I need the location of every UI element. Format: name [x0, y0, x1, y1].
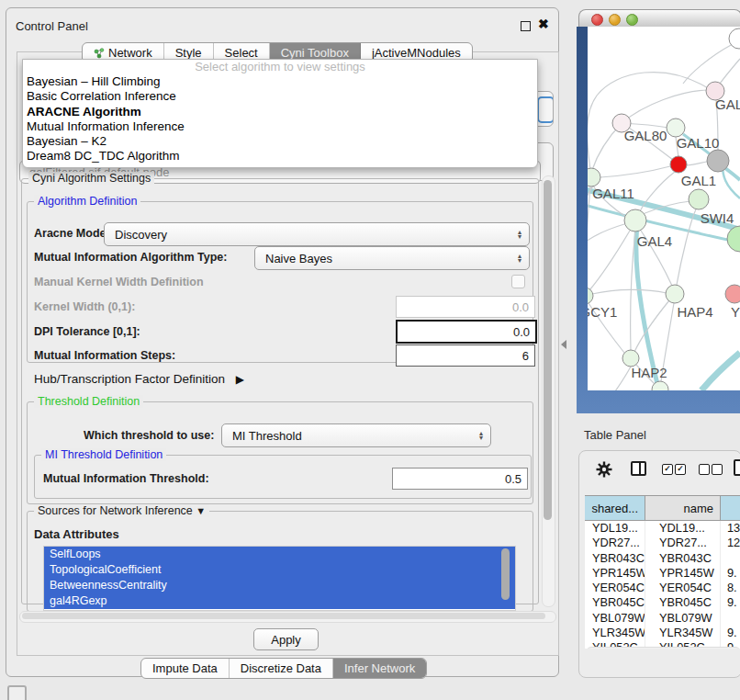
manual-kernel-width-label: Manual Kernel Width Definition [34, 276, 204, 288]
mi-steps-field[interactable]: 6 [396, 344, 535, 367]
mi-algorithm-type-combo[interactable]: Naive Bayes ▴▾ [254, 246, 530, 270]
algorithm-option[interactable]: Bayesian – K2 [23, 134, 537, 149]
table-row[interactable]: YER054CYER054C8. [585, 581, 740, 595]
data-attribute-item[interactable]: BetweennessCentrality [44, 578, 515, 593]
kernel-width-label: Kernel Width (0,1): [34, 300, 135, 313]
network-window-titlebar[interactable] [578, 9, 740, 28]
minimized-panel-icon[interactable] [7, 685, 27, 700]
expander-right-arrow-icon: ▶ [236, 373, 244, 386]
cyni-bottom-tabbar: Impute DataDiscretize DataInfer Network [140, 658, 427, 679]
network-node-label: SWI4 [701, 210, 734, 226]
tab-impute-data[interactable]: Impute Data [141, 659, 230, 678]
table-row[interactable]: YBR045CYBR045C9. [585, 595, 740, 610]
close-icon[interactable]: ✖ [538, 17, 549, 31]
deselect-all-checkbox-icon[interactable] [699, 464, 710, 475]
network-node[interactable] [707, 150, 729, 172]
minimize-traffic-icon[interactable] [609, 14, 621, 26]
network-icon [94, 48, 105, 59]
network-edge[interactable] [622, 90, 708, 123]
network-edge[interactable] [600, 166, 670, 177]
settings-vertical-scrollbar[interactable] [542, 175, 555, 607]
mi-threshold-field[interactable]: 0.5 [392, 468, 528, 490]
settings-horizontal-scrollbar[interactable] [19, 611, 556, 623]
attributes-vertical-scrollbar[interactable] [500, 548, 511, 605]
table-row[interactable]: YDR27...YDR27...12 [585, 536, 740, 550]
table-row[interactable]: YDL19...YDL19...13 [585, 521, 740, 536]
network-edge[interactable] [592, 289, 667, 294]
table-header-cell[interactable]: name [645, 496, 721, 520]
network-edge[interactable] [636, 226, 658, 388]
gear-icon[interactable] [596, 461, 612, 478]
network-canvas[interactable]: GALGAL80GAL10GAL1GAL11SWI4GAL4GCY1HAP4YH… [588, 27, 740, 390]
network-view-frame: GALGAL80GAL10GAL1GAL11SWI4GAL4GCY1HAP4YH… [577, 27, 740, 413]
algorithm-option[interactable]: Basic Correlation Inference [23, 89, 537, 104]
split-columns-icon[interactable] [631, 461, 646, 476]
zoom-traffic-icon[interactable] [626, 14, 638, 26]
data-attributes-list[interactable]: SelfLoopsTopologicalCoefficientBetweenne… [43, 546, 516, 611]
float-window-icon[interactable] [521, 21, 531, 31]
network-node-label: GAL1 [681, 173, 716, 188]
network-node[interactable] [689, 189, 709, 209]
network-node-label: GAL4 [637, 233, 672, 249]
table-header-cell[interactable]: shared... [585, 496, 645, 520]
table-row[interactable]: YBL079WYBL079W [585, 611, 740, 626]
splitter-collapse-arrow[interactable] [561, 340, 566, 349]
combo-arrows-icon: ▴▾ [479, 431, 483, 440]
data-attribute-item[interactable]: TopologicalCoefficient [44, 562, 515, 578]
algorithm-option[interactable]: Mutual Information Inference [23, 119, 537, 134]
cyni-algorithm-settings-legend: Cyni Algorithm Settings [28, 172, 154, 185]
network-edge[interactable] [615, 367, 631, 390]
network-edge[interactable] [588, 73, 708, 170]
network-node[interactable] [725, 285, 740, 303]
deselect-all-checkbox-icon[interactable] [712, 464, 723, 475]
table-header-row: shared...name [585, 496, 740, 521]
select-all-checkbox-icon[interactable]: ✓ [662, 464, 673, 475]
network-node[interactable] [588, 168, 600, 186]
new-column-icon[interactable] [734, 459, 740, 476]
algorithm-dropdown: Select algorithm to view settings Bayesi… [22, 59, 538, 168]
network-edge[interactable] [718, 59, 740, 86]
kernel-width-field[interactable]: 0.0 [396, 296, 535, 318]
tab-discretize-data[interactable]: Discretize Data [230, 659, 333, 678]
tab-infer-network[interactable]: Infer Network [333, 659, 426, 678]
network-edge[interactable] [701, 353, 740, 390]
table-row[interactable]: YLR345WYLR345W9. [585, 626, 740, 640]
mi-threshold-label: Mutual Information Threshold: [43, 472, 209, 485]
network-edge[interactable] [687, 162, 707, 165]
network-edge[interactable] [589, 231, 630, 290]
network-node[interactable] [624, 209, 646, 231]
network-edge[interactable] [588, 224, 624, 244]
table-row[interactable]: YPR145WYPR145W9. [585, 566, 740, 581]
data-attribute-item[interactable]: SelfLoops [44, 547, 515, 562]
data-attribute-item[interactable]: gal4RGexp [44, 593, 515, 609]
network-node-label: GCY1 [588, 304, 617, 320]
network-edge[interactable] [677, 209, 696, 285]
algorithm-option[interactable]: Bayesian – Hill Climbing [23, 74, 537, 89]
which-threshold-combo[interactable]: MI Threshold ▴▾ [221, 423, 491, 447]
hub-transcription-expander[interactable]: Hub/Transcription Factor Definition ▶ [34, 372, 244, 386]
network-node[interactable] [727, 226, 740, 252]
aracne-mode-combo[interactable]: Discovery ▴▾ [104, 222, 530, 246]
dpi-tolerance-label: DPI Tolerance [0,1]: [34, 325, 140, 338]
select-all-checkbox-icon[interactable]: ✓ [675, 464, 686, 475]
network-node-label: GAL80 [624, 128, 667, 143]
sources-legend[interactable]: Sources for Network Inference ▼ [34, 504, 209, 517]
network-edge[interactable] [588, 186, 590, 288]
apply-button[interactable]: Apply [253, 628, 319, 650]
network-edge[interactable] [683, 44, 733, 84]
algorithm-option[interactable]: Dream8 DC_TDC Algorithm [23, 149, 537, 164]
control-panel-title: Control Panel [16, 19, 88, 33]
table-header-cell[interactable] [721, 496, 740, 520]
manual-kernel-width-checkbox[interactable] [511, 275, 525, 288]
table-row[interactable]: YBR043CYBR043C [585, 551, 740, 566]
network-node[interactable] [666, 285, 684, 303]
network-node[interactable] [667, 119, 685, 137]
network-node[interactable] [670, 156, 687, 173]
dpi-tolerance-field[interactable]: 0.0 [396, 320, 537, 344]
close-traffic-icon[interactable] [591, 14, 603, 26]
network-node[interactable] [652, 381, 668, 390]
network-node[interactable] [588, 288, 593, 304]
table-horizontal-scrollbar[interactable] [586, 647, 740, 649]
algorithm-option[interactable]: ARACNE Algorithm [23, 105, 537, 119]
network-graph[interactable]: GALGAL80GAL10GAL1GAL11SWI4GAL4GCY1HAP4YH… [588, 27, 740, 390]
